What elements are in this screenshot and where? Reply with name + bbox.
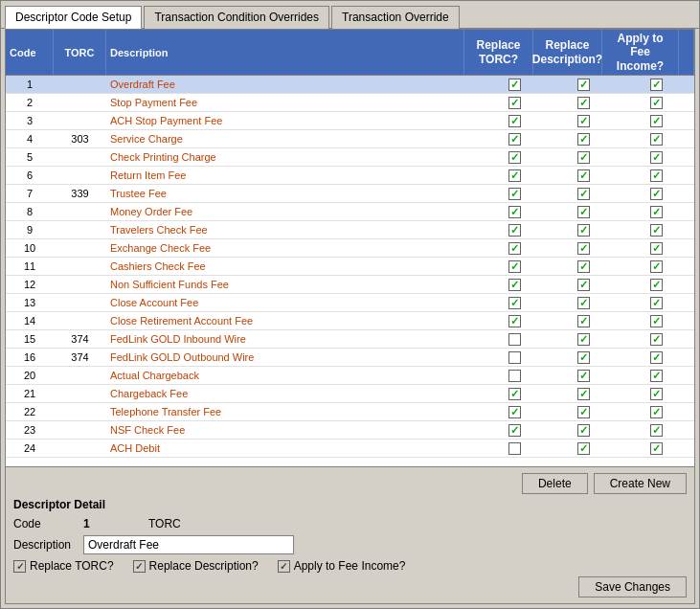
table-checkbox[interactable]	[618, 203, 694, 220]
table-row[interactable]: 2Stop Payment Fee	[6, 94, 694, 112]
table-checkbox[interactable]	[549, 330, 618, 348]
table-checkbox[interactable]	[480, 76, 549, 93]
apply-fee-checkbox[interactable]	[278, 560, 290, 573]
table-checkbox[interactable]	[549, 440, 618, 457]
table-row[interactable]: 1Overdraft Fee	[6, 76, 694, 94]
create-new-button[interactable]: Create New	[594, 473, 687, 494]
table-checkbox[interactable]	[549, 276, 618, 293]
table-row[interactable]: 6Return Item Fee	[6, 167, 694, 185]
delete-button[interactable]: Delete	[522, 473, 588, 494]
table-checkbox[interactable]	[549, 221, 618, 238]
table-checkbox[interactable]	[549, 312, 618, 329]
table-row[interactable]: 8Money Order Fee	[6, 203, 694, 221]
table-checkbox[interactable]	[618, 403, 694, 420]
table-checkbox[interactable]	[549, 76, 618, 93]
table-checkbox[interactable]	[618, 367, 694, 384]
table-checkbox[interactable]	[480, 258, 549, 275]
tab-descriptor-code-setup[interactable]: Descriptor Code Setup	[5, 6, 142, 29]
apply-fee-checkbox-label[interactable]: Apply to Fee Income?	[278, 559, 406, 573]
table-row[interactable]: 15374FedLink GOLD Inbound Wire	[6, 330, 694, 349]
table-row[interactable]: 9Travelers Check Fee	[6, 221, 694, 239]
table-checkbox[interactable]	[618, 349, 694, 366]
table-checkbox[interactable]	[549, 203, 618, 220]
table-checkbox[interactable]	[549, 112, 618, 129]
table-row[interactable]: 24ACH Debit	[6, 440, 694, 458]
table-row[interactable]: 11Cashiers Check Fee	[6, 258, 694, 276]
table-checkbox[interactable]	[480, 221, 549, 238]
replace-torc-checkbox-label[interactable]: Replace TORC?	[13, 559, 114, 573]
table-checkbox[interactable]	[618, 294, 694, 311]
table-checkbox[interactable]	[618, 385, 694, 402]
table-row[interactable]: 14Close Retirement Account Fee	[6, 312, 694, 330]
table-checkbox[interactable]	[549, 148, 618, 166]
table-row[interactable]: 22Telephone Transfer Fee	[6, 403, 694, 421]
table-checkbox[interactable]	[480, 440, 549, 457]
table-row[interactable]: 21Chargeback Fee	[6, 385, 694, 403]
table-checkbox[interactable]	[480, 94, 549, 111]
table-checkbox[interactable]	[480, 130, 549, 147]
table-row[interactable]: 23NSF Check Fee	[6, 421, 694, 440]
description-input[interactable]	[83, 535, 294, 554]
table-checkbox[interactable]	[480, 112, 549, 129]
table-checkbox[interactable]	[480, 185, 549, 202]
tabs-bar: Descriptor Code Setup Transaction Condit…	[1, 1, 699, 29]
table-checkbox[interactable]	[480, 148, 549, 166]
table-row[interactable]: 10Exchange Check Fee	[6, 239, 694, 258]
table-checkbox[interactable]	[618, 167, 694, 184]
table-row[interactable]: 16374FedLink GOLD Outbound Wire	[6, 349, 694, 367]
table-checkbox[interactable]	[480, 349, 549, 366]
table-checkbox[interactable]	[480, 403, 549, 420]
table-row[interactable]: 20Actual Chargeback	[6, 367, 694, 385]
table-checkbox[interactable]	[480, 312, 549, 329]
table-checkbox[interactable]	[549, 258, 618, 275]
table-checkbox[interactable]	[549, 421, 618, 439]
table-checkbox[interactable]	[618, 148, 694, 166]
table-row[interactable]: 4303Service Charge	[6, 130, 694, 148]
table-checkbox[interactable]	[549, 385, 618, 402]
table-row[interactable]: 13Close Account Fee	[6, 294, 694, 312]
table-checkbox[interactable]	[618, 221, 694, 238]
table-checkbox[interactable]	[618, 421, 694, 439]
table-checkbox[interactable]	[480, 294, 549, 311]
replace-torc-checkbox[interactable]	[13, 560, 26, 573]
replace-desc-checkbox[interactable]	[133, 560, 146, 573]
table-checkbox[interactable]	[618, 185, 694, 202]
table-row[interactable]: 5Check Printing Charge	[6, 148, 694, 167]
tab-transaction-override[interactable]: Transaction Override	[331, 6, 460, 29]
table-checkbox[interactable]	[618, 130, 694, 147]
save-changes-button[interactable]: Save Changes	[578, 576, 687, 598]
table-checkbox[interactable]	[549, 349, 618, 366]
table-checkbox[interactable]	[549, 94, 618, 111]
table-checkbox[interactable]	[618, 112, 694, 129]
table-checkbox[interactable]	[480, 167, 549, 184]
table-checkbox[interactable]	[549, 403, 618, 420]
table-checkbox[interactable]	[480, 367, 549, 384]
table-checkbox[interactable]	[480, 385, 549, 402]
table-row[interactable]: 7339Trustee Fee	[6, 185, 694, 203]
table-checkbox[interactable]	[549, 294, 618, 311]
table-checkbox[interactable]	[618, 440, 694, 457]
table-body[interactable]: 1Overdraft Fee2Stop Payment Fee3ACH Stop…	[6, 76, 694, 466]
table-checkbox[interactable]	[480, 421, 549, 439]
table-checkbox[interactable]	[480, 239, 549, 257]
table-checkbox[interactable]	[618, 312, 694, 329]
table-checkbox[interactable]	[618, 239, 694, 257]
table-checkbox[interactable]	[549, 239, 618, 257]
table-row[interactable]: 3ACH Stop Payment Fee	[6, 112, 694, 130]
table-checkbox[interactable]	[618, 330, 694, 348]
table-checkbox[interactable]	[549, 185, 618, 202]
table-checkbox[interactable]	[480, 203, 549, 220]
table-checkbox[interactable]	[549, 367, 618, 384]
tab-transaction-condition-overrides[interactable]: Transaction Condition Overrides	[144, 6, 329, 29]
table-checkbox[interactable]	[549, 167, 618, 184]
table-checkbox[interactable]	[480, 330, 549, 348]
table-checkbox[interactable]	[480, 276, 549, 293]
table-checkbox[interactable]	[618, 76, 694, 93]
table-section: Code TORC Description Replace TORC? Repl…	[6, 30, 694, 466]
table-row[interactable]: 12Non Sufficient Funds Fee	[6, 276, 694, 294]
table-checkbox[interactable]	[549, 130, 618, 147]
table-checkbox[interactable]	[618, 258, 694, 275]
table-checkbox[interactable]	[618, 276, 694, 293]
replace-desc-checkbox-label[interactable]: Replace Description?	[133, 559, 259, 573]
table-checkbox[interactable]	[618, 94, 694, 111]
